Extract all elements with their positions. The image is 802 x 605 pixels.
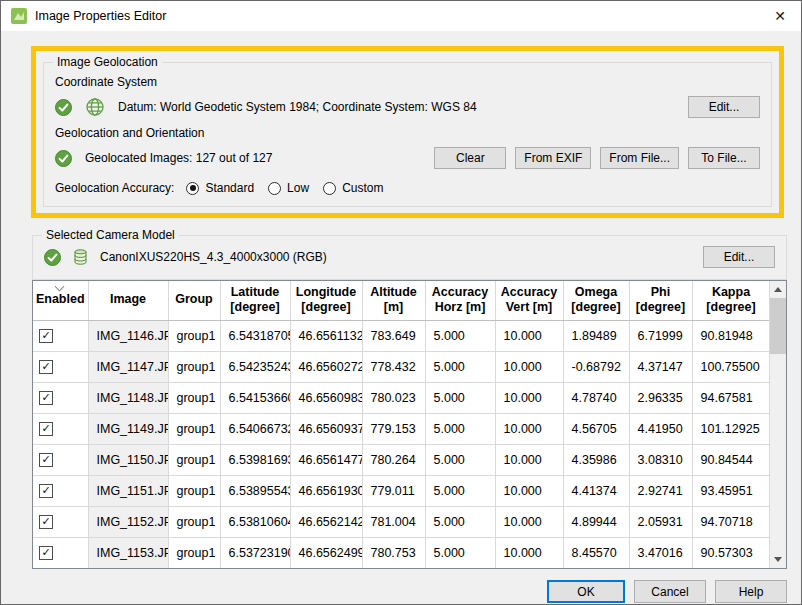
cell-alt[interactable]: 780.264	[362, 444, 425, 475]
from-file-button[interactable]: From File...	[600, 147, 679, 169]
cell-lat[interactable]: 6.54318705	[220, 320, 290, 351]
cell-group[interactable]: group1	[168, 475, 220, 506]
cell-group[interactable]: group1	[168, 320, 220, 351]
cell-lon[interactable]: 46.65611328	[290, 320, 362, 351]
cell-image[interactable]: IMG_1152.JPG	[88, 506, 168, 537]
cell-image[interactable]: IMG_1146.JPG	[88, 320, 168, 351]
enabled-checkbox[interactable]: ✓	[39, 546, 53, 560]
cell-kappa[interactable]: 90.81948	[692, 320, 770, 351]
cell-phi[interactable]: 4.41950	[629, 413, 692, 444]
cell-lon[interactable]: 46.65624990	[290, 537, 362, 568]
cell-acch[interactable]: 5.000	[425, 320, 495, 351]
clear-button[interactable]: Clear	[434, 147, 506, 169]
cell-alt[interactable]: 780.023	[362, 382, 425, 413]
cell-group[interactable]: group1	[168, 351, 220, 382]
cell-acch[interactable]: 5.000	[425, 475, 495, 506]
cell-phi[interactable]: 3.47016	[629, 537, 692, 568]
column-header-group[interactable]: Group	[168, 281, 220, 320]
column-header-alt[interactable]: Altitude [m]	[362, 281, 425, 320]
cell-kappa[interactable]: 101.12925	[692, 413, 770, 444]
accuracy-radio-standard[interactable]: Standard	[186, 181, 254, 195]
cell-acch[interactable]: 5.000	[425, 413, 495, 444]
cell-lat[interactable]: 6.54153660	[220, 382, 290, 413]
cell-accv[interactable]: 10.000	[495, 413, 563, 444]
cell-image[interactable]: IMG_1147.JPG	[88, 351, 168, 382]
cell-omega[interactable]: 4.35986	[563, 444, 629, 475]
titlebar[interactable]: Image Properties Editor ✕	[1, 1, 801, 31]
cell-phi[interactable]: 3.08310	[629, 444, 692, 475]
enabled-checkbox[interactable]: ✓	[39, 360, 53, 374]
cell-accv[interactable]: 10.000	[495, 537, 563, 568]
close-icon[interactable]: ✕	[769, 5, 791, 27]
cell-omega[interactable]: 4.41374	[563, 475, 629, 506]
cell-lat[interactable]: 6.53895543	[220, 475, 290, 506]
cell-phi[interactable]: 6.71999	[629, 320, 692, 351]
cell-group[interactable]: group1	[168, 382, 220, 413]
help-button[interactable]: Help	[715, 580, 787, 603]
enabled-checkbox[interactable]: ✓	[39, 453, 53, 467]
cell-group[interactable]: group1	[168, 444, 220, 475]
cell-acch[interactable]: 5.000	[425, 506, 495, 537]
column-header-enabled[interactable]: Enabled	[33, 281, 88, 320]
cell-phi[interactable]: 2.96335	[629, 382, 692, 413]
column-header-accv[interactable]: Accuracy Vert [m]	[495, 281, 563, 320]
cell-kappa[interactable]: 90.57303	[692, 537, 770, 568]
scroll-down-icon[interactable]	[770, 551, 787, 568]
cell-image[interactable]: IMG_1148.JPG	[88, 382, 168, 413]
scroll-up-icon[interactable]	[770, 281, 787, 298]
from-exif-button[interactable]: From EXIF	[515, 147, 591, 169]
to-file-button[interactable]: To File...	[688, 147, 760, 169]
cell-accv[interactable]: 10.000	[495, 444, 563, 475]
cell-group[interactable]: group1	[168, 506, 220, 537]
enabled-checkbox[interactable]: ✓	[39, 391, 53, 405]
column-header-omega[interactable]: Omega [degree]	[563, 281, 629, 320]
cell-kappa[interactable]: 100.75500	[692, 351, 770, 382]
accuracy-radio-low[interactable]: Low	[268, 181, 309, 195]
column-header-kappa[interactable]: Kappa [degree]	[692, 281, 770, 320]
cell-omega[interactable]: 8.45570	[563, 537, 629, 568]
cell-phi[interactable]: 2.05931	[629, 506, 692, 537]
cancel-button[interactable]: Cancel	[634, 580, 706, 603]
cell-group[interactable]: group1	[168, 537, 220, 568]
cell-omega[interactable]: 4.89944	[563, 506, 629, 537]
cell-accv[interactable]: 10.000	[495, 320, 563, 351]
cell-kappa[interactable]: 94.70718	[692, 506, 770, 537]
cell-image[interactable]: IMG_1150.JPG	[88, 444, 168, 475]
cell-accv[interactable]: 10.000	[495, 382, 563, 413]
cell-lon[interactable]: 46.65619302	[290, 475, 362, 506]
cell-image[interactable]: IMG_1151.JPG	[88, 475, 168, 506]
cell-accv[interactable]: 10.000	[495, 506, 563, 537]
cell-lon[interactable]: 46.65609371	[290, 413, 362, 444]
cell-omega[interactable]: 1.89489	[563, 320, 629, 351]
cell-lat[interactable]: 6.54066732	[220, 413, 290, 444]
cell-acch[interactable]: 5.000	[425, 382, 495, 413]
cell-omega[interactable]: -0.68792	[563, 351, 629, 382]
cell-lon[interactable]: 46.65609830	[290, 382, 362, 413]
cell-group[interactable]: group1	[168, 413, 220, 444]
cell-kappa[interactable]: 93.45951	[692, 475, 770, 506]
cell-accv[interactable]: 10.000	[495, 475, 563, 506]
enabled-checkbox[interactable]: ✓	[39, 422, 53, 436]
cell-alt[interactable]: 779.011	[362, 475, 425, 506]
cell-phi[interactable]: 2.92741	[629, 475, 692, 506]
cell-lat[interactable]: 6.53981693	[220, 444, 290, 475]
cell-acch[interactable]: 5.000	[425, 351, 495, 382]
cell-lat[interactable]: 6.54235243	[220, 351, 290, 382]
enabled-checkbox[interactable]: ✓	[39, 515, 53, 529]
enabled-checkbox[interactable]: ✓	[39, 484, 53, 498]
ok-button[interactable]: OK	[547, 580, 625, 603]
cell-alt[interactable]: 783.649	[362, 320, 425, 351]
cell-image[interactable]: IMG_1149.JPG	[88, 413, 168, 444]
accuracy-radio-custom[interactable]: Custom	[323, 181, 383, 195]
cell-accv[interactable]: 10.000	[495, 351, 563, 382]
cell-omega[interactable]: 4.78740	[563, 382, 629, 413]
column-header-phi[interactable]: Phi [degree]	[629, 281, 692, 320]
cell-acch[interactable]: 5.000	[425, 444, 495, 475]
column-header-image[interactable]: Image	[88, 281, 168, 320]
cell-phi[interactable]: 4.37147	[629, 351, 692, 382]
cell-kappa[interactable]: 90.84544	[692, 444, 770, 475]
column-header-acch[interactable]: Accuracy Horz [m]	[425, 281, 495, 320]
edit-camera-model-button[interactable]: Edit...	[703, 246, 775, 268]
column-header-lat[interactable]: Latitude [degree]	[220, 281, 290, 320]
cell-lon[interactable]: 46.65602724	[290, 351, 362, 382]
